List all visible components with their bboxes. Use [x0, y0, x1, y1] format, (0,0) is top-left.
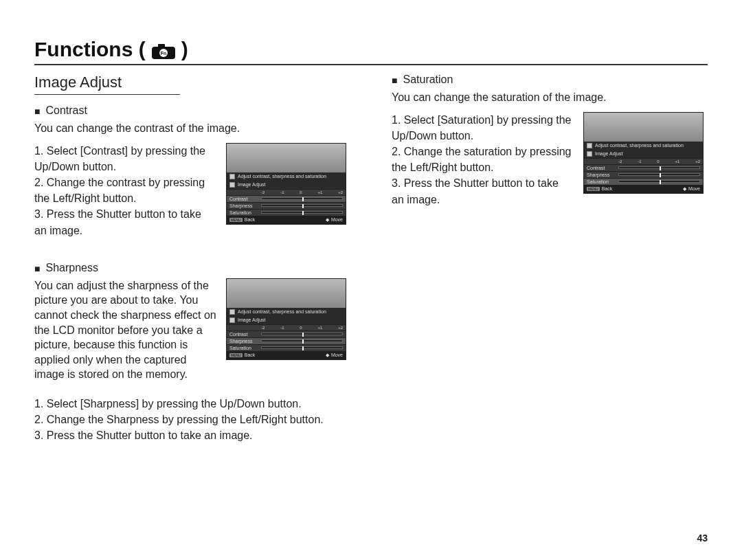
saturation-steps: 1. Select [Saturation] by pressing the U…: [392, 112, 574, 208]
menu-icon: [587, 151, 592, 157]
square-bullet-icon: ■: [34, 104, 40, 118]
contrast-desc: You can change the contrast of the image…: [34, 121, 350, 136]
sharpness-step-2: 2. Change the Sharpness by pressing the …: [34, 412, 350, 427]
subsection-title: Image Adjust: [34, 74, 180, 95]
page-title: Functions ( Fn ): [34, 38, 708, 65]
sharpness-step-1: 1. Select [Sharpness] by pressing the Up…: [34, 396, 350, 412]
title-text-close: ): [181, 38, 188, 61]
sharpness-screen: Adjust contrast, sharpness and saturatio…: [226, 278, 346, 360]
square-bullet-icon: ■: [392, 74, 397, 87]
contrast-steps: 1. Select [Contrast] by pressing the Up/…: [34, 143, 216, 238]
contrast-step-1: 1. Select [Contrast] by pressing the Up/…: [34, 143, 216, 175]
adjust-icon: [587, 143, 592, 148]
contrast-title: Contrast: [45, 104, 87, 117]
saturation-block: ■ Saturation You can change the saturati…: [392, 74, 708, 208]
sharpness-title: Sharpness: [45, 262, 98, 274]
camera-icon: Fn: [151, 41, 176, 58]
sharpness-step-3: 3. Press the Shutter button to take an i…: [34, 427, 350, 443]
menu-icon: [229, 317, 235, 323]
contrast-block: ■ Contrast You can change the contrast o…: [34, 104, 350, 238]
saturation-step-3: 3. Press the Shutter button to take an i…: [392, 175, 574, 207]
sharpness-block: ■ Sharpness You can adjust the sharpness…: [34, 262, 350, 444]
saturation-step-1: 1. Select [Saturation] by pressing the U…: [392, 112, 574, 144]
square-bullet-icon: ■: [34, 262, 40, 276]
saturation-title: Saturation: [403, 74, 453, 86]
sharpness-steps: 1. Select [Sharpness] by pressing the Up…: [34, 396, 350, 444]
right-column: ■ Saturation You can change the saturati…: [392, 74, 708, 467]
contrast-step-2: 2. Change the contrast by pressing the L…: [34, 175, 216, 206]
svg-rect-1: [158, 44, 165, 48]
svg-text:Fn: Fn: [160, 51, 166, 56]
menu-icon: [229, 182, 235, 188]
saturation-step-2: 2. Change the saturation by pressing the…: [392, 144, 574, 175]
left-column: Image Adjust ■ Contrast You can change t…: [34, 74, 350, 467]
contrast-step-3: 3. Press the Shutter button to take an i…: [34, 206, 216, 238]
adjust-icon: [229, 174, 235, 179]
contrast-screen: Adjust contrast, sharpness and saturatio…: [226, 143, 346, 225]
sharpness-desc: You can adjust the sharpness of the pict…: [34, 278, 216, 382]
saturation-screen: Adjust contrast, sharpness and saturatio…: [583, 112, 704, 194]
adjust-icon: [229, 309, 235, 315]
title-text-open: Functions (: [34, 38, 146, 61]
saturation-desc: You can change the saturation of the ima…: [392, 90, 708, 105]
page-number: 43: [697, 533, 708, 544]
